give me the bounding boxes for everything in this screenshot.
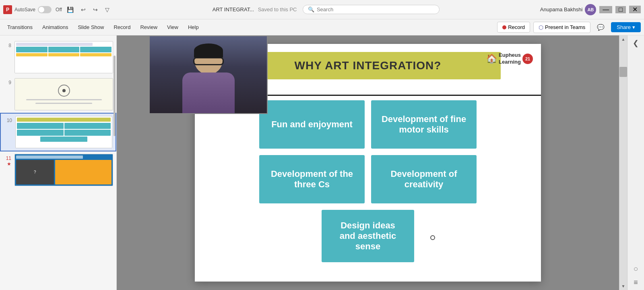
file-title: ART INTEGRAT... (213, 6, 254, 12)
slide-item-11[interactable]: 11★ ? (0, 151, 116, 188)
bottom-box-container: Design ideas and aesthetic sense (322, 210, 414, 262)
slide-thumbnail-9[interactable] (14, 78, 113, 110)
menu-bar: Transitions Animations Slide Show Record… (0, 19, 644, 35)
save-button[interactable]: 💾 (64, 5, 76, 14)
collapse-panel-button[interactable]: ❯ (633, 39, 639, 48)
minimize-button[interactable]: — (599, 6, 612, 13)
content-box-3: Development of the three Cs (259, 155, 365, 203)
window-controls: — □ ✕ (599, 6, 641, 13)
saved-status: Saved to this PC (258, 6, 297, 12)
menu-view[interactable]: View (163, 22, 182, 33)
record-label: Record (508, 24, 525, 30)
circle-icon: ○ (633, 264, 638, 273)
toggle-knob (39, 7, 44, 12)
sidebar-scrollbar[interactable] (114, 56, 116, 136)
share-label: Share (617, 24, 631, 30)
scroll-down-button[interactable]: ▼ (620, 282, 627, 290)
webcam-video (150, 36, 267, 113)
main-scrollbar[interactable]: ▲ ▼ (619, 35, 627, 290)
slide-title-text: WHY ART INTEGRATION? (295, 59, 442, 72)
redo-button[interactable]: ↪ (91, 5, 100, 14)
content-boxes-grid: Fun and enjoyment Development of fine mo… (259, 100, 477, 203)
title-bar-left: P AutoSave Off 💾 ↩ ↪ ▽ (3, 5, 112, 14)
autosave-label: AutoSave (14, 7, 35, 12)
menu-record[interactable]: Record (109, 22, 134, 33)
logo-icon: 🏠 (486, 54, 497, 64)
main-area: 8 9 (0, 35, 644, 290)
hamburger-menu-icon[interactable]: ≡ (634, 278, 638, 287)
right-icons-panel: ❯ ○ ≡ (627, 35, 644, 290)
slide-item-9[interactable]: 9 (0, 76, 116, 113)
search-icon: 🔍 (308, 6, 314, 12)
slide-item-8[interactable]: 8 (0, 39, 116, 76)
bottom-box: Design ideas and aesthetic sense (322, 210, 414, 262)
autosave-state: Off (56, 7, 62, 12)
slide-number-11: 11★ (3, 155, 11, 167)
menu-review[interactable]: Review (136, 22, 161, 33)
menu-slideshow[interactable]: Slide Show (74, 22, 108, 33)
logo-badge: 21 (522, 54, 533, 64)
maximize-button[interactable]: □ (615, 6, 626, 13)
content-box-2: Development of fine motor skills (371, 100, 477, 149)
teams-icon: ⬡ (539, 24, 543, 31)
content-box-1: Fun and enjoyment (259, 100, 365, 149)
menu-animations[interactable]: Animations (38, 22, 72, 33)
slide-thumbnail-10[interactable] (15, 116, 112, 148)
slide-thumbnail-8[interactable] (14, 41, 113, 73)
slide-thumbnail-11[interactable]: ? (14, 154, 113, 186)
undo-button[interactable]: ↩ (78, 5, 88, 14)
title-bar-center: ART INTEGRAT... Saved to this PC 🔍 (112, 5, 540, 14)
canvas-area: WHY ART INTEGRATION? Fun and enjoyment D… (117, 35, 619, 290)
slide-number-10: 10 (4, 118, 12, 123)
close-button[interactable]: ✕ (629, 6, 641, 13)
mouse-cursor (430, 235, 435, 240)
slide-number-9: 9 (3, 80, 11, 85)
title-bar: P AutoSave Off 💾 ↩ ↪ ▽ ART INTEGRAT... S… (0, 0, 644, 19)
record-dot-icon (502, 25, 506, 29)
slide-logo: 🏠 Eupheus Learning 21 (486, 52, 533, 66)
slide-item-10[interactable]: 10 (0, 113, 116, 151)
record-button[interactable]: Record (497, 22, 530, 33)
user-area: Anupama Bakhshi AB (540, 4, 597, 15)
share-chevron-icon: ▾ (632, 24, 635, 30)
share-button[interactable]: Share ▾ (611, 22, 641, 32)
scroll-handle[interactable] (619, 67, 627, 77)
webcam-overlay (149, 35, 268, 114)
comment-button[interactable]: 💬 (594, 22, 608, 33)
present-in-teams-button[interactable]: ⬡ Present in Teams (533, 22, 590, 33)
content-box-4: Development of creativity (371, 155, 477, 203)
user-name: Anupama Bakhshi (540, 6, 583, 12)
scroll-track (619, 43, 627, 282)
search-input[interactable] (317, 6, 434, 12)
present-label: Present in Teams (545, 24, 585, 30)
user-avatar: AB (585, 4, 596, 15)
menu-transitions[interactable]: Transitions (3, 22, 37, 33)
slide-number-8: 8 (3, 43, 11, 48)
menu-help[interactable]: Help (184, 22, 203, 33)
slide-title-box: WHY ART INTEGRATION? (235, 52, 501, 79)
autosave-toggle[interactable] (38, 6, 52, 13)
customize-quick-access[interactable]: ▽ (103, 5, 112, 14)
search-bar[interactable]: 🔍 (303, 5, 440, 14)
logo-text: Eupheus Learning (499, 52, 521, 66)
scroll-up-button[interactable]: ▲ (620, 35, 627, 43)
powerpoint-icon: P (3, 5, 12, 14)
toolbar-right: Record ⬡ Present in Teams 💬 Share ▾ (497, 22, 641, 33)
slide-panel: 8 9 (0, 35, 117, 290)
